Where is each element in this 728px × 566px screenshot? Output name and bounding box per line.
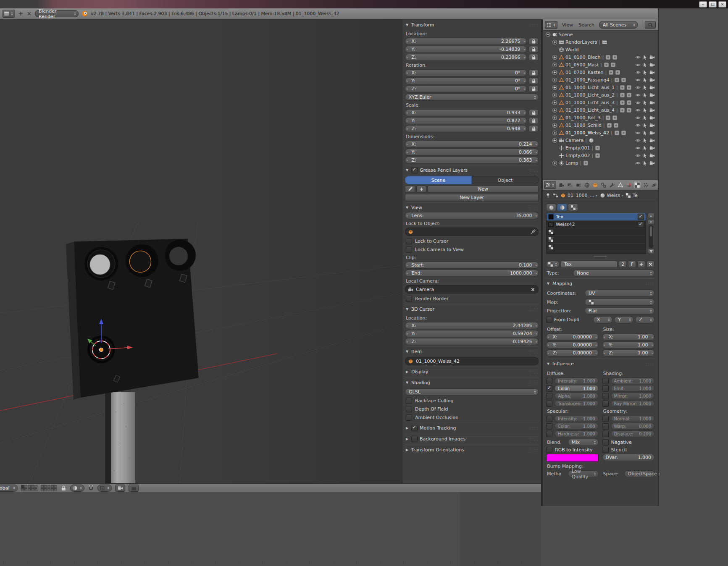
properties-tab-object-data[interactable] (616, 181, 624, 189)
layer-cell[interactable] (28, 488, 31, 491)
outliner-item[interactable]: 01_0500_Mast| (543, 61, 658, 68)
properties-tab-texture[interactable] (633, 181, 641, 189)
properties-tab-material[interactable] (625, 181, 633, 189)
shading-panel-header[interactable]: ▼Shading:::: (405, 377, 539, 387)
influence-slider[interactable]: Displace:0.200 (611, 430, 655, 437)
plus-circle-icon[interactable] (552, 100, 557, 105)
layer-cell[interactable] (44, 485, 47, 488)
number-field[interactable]: ◂X:2.26675▸ (405, 38, 527, 45)
gp-draw-button[interactable] (405, 186, 415, 193)
slot-scrollbar[interactable] (649, 225, 653, 248)
gp-tab-scene[interactable]: Scene (405, 176, 472, 184)
eye-icon[interactable] (635, 115, 641, 121)
3d-viewport[interactable] (0, 19, 402, 483)
timeline-region[interactable] (0, 492, 541, 566)
slot-specials-button[interactable] (648, 249, 654, 254)
negative-checkbox[interactable] (602, 439, 609, 445)
outliner-search-button[interactable] (645, 21, 656, 29)
eye-icon[interactable] (635, 77, 641, 83)
number-field[interactable]: ◂Y:-0.14839▸ (405, 46, 527, 53)
properties-tab-constraints[interactable] (599, 181, 607, 189)
outliner-item[interactable]: Empty.002| (543, 152, 658, 159)
from-dupli-checkbox[interactable] (546, 317, 552, 323)
camrestrict-icon[interactable] (649, 153, 655, 158)
transform-panel-header[interactable]: ▼Transform:::: (405, 20, 539, 29)
dvar-slider[interactable]: DVar:1.000 (602, 454, 655, 461)
texture-slot[interactable] (547, 228, 646, 236)
number-field[interactable]: ◂Z:0.23866▸ (405, 54, 527, 61)
item-panel-header[interactable]: ▼Item:::: (405, 346, 539, 356)
rgb-to-intensity-checkbox[interactable] (546, 447, 552, 453)
editor-type-button[interactable]: ▴▾ (544, 181, 556, 189)
number-field[interactable]: ◂Y:1.00▸ (602, 341, 655, 349)
search-menu[interactable]: Search (578, 22, 595, 28)
influence-slider[interactable]: Intensity:1.000 (555, 377, 599, 384)
camrestrict-icon[interactable] (649, 55, 655, 60)
lock-toggle[interactable] (528, 54, 539, 61)
layer-cell[interactable] (31, 488, 34, 491)
pivot-dropdown[interactable]: ▴▾ (70, 485, 84, 492)
grease-pencil-panel-header[interactable]: ▼Grease Pencil Layers:::: (405, 165, 539, 175)
gp-tab-object[interactable]: Object (472, 176, 539, 184)
breadcrumb-object[interactable]: 01_1000_...▸ (560, 193, 598, 198)
texture-color-swatch[interactable] (546, 454, 599, 462)
bump-space-dropdown[interactable]: ObjectSpace▴▾ (624, 470, 655, 477)
gp-new-button[interactable]: New (428, 186, 539, 193)
influence-checkbox[interactable] (546, 393, 552, 399)
outliner-item[interactable]: 01_1000_Rot_3| (543, 114, 658, 121)
texture-unlink-button[interactable] (647, 261, 654, 268)
shading-mode-dropdown[interactable]: GLSL▴▾ (405, 388, 539, 396)
camrestrict-icon[interactable] (649, 100, 655, 105)
display-mode-dropdown[interactable]: All Scenes▴▾ (599, 21, 638, 29)
close-window-icon[interactable] (26, 11, 32, 16)
ambient-occlusion-checkbox[interactable] (406, 414, 412, 421)
texture-browse-dropdown[interactable]: ▴▾ (546, 261, 560, 268)
display-panel-header[interactable]: ▶Display:::: (405, 367, 539, 376)
layer-cell[interactable] (41, 488, 44, 491)
breadcrumb-material[interactable]: Weiss▸ (600, 193, 624, 198)
plus-circle-icon[interactable] (552, 55, 557, 60)
breadcrumb-texture[interactable]: Te (626, 193, 638, 198)
number-field[interactable]: ◂Z:0.00000▸ (546, 349, 599, 356)
layer-cell[interactable] (41, 485, 44, 488)
lock-toggle[interactable] (528, 77, 539, 84)
influence-checkbox[interactable] (602, 423, 609, 430)
render-border-checkbox[interactable] (406, 296, 412, 302)
slot-move-up-button[interactable]: ▴ (648, 213, 654, 218)
plus-circle-icon[interactable] (552, 85, 557, 90)
influence-slider[interactable]: Warp:0.000 (611, 423, 655, 430)
number-field[interactable]: ◂Y:0.877▸ (405, 117, 527, 124)
texture-slot[interactable]: Weiss42 (547, 221, 646, 228)
number-field[interactable]: ◂Z:-0.19425▸ (405, 338, 539, 345)
number-field[interactable]: ◂X:0.00000▸ (546, 333, 599, 341)
cursor-icon[interactable] (642, 85, 648, 90)
influence-slider[interactable]: Alpha:1.000 (555, 393, 599, 399)
influence-checkbox[interactable] (602, 401, 609, 407)
number-field[interactable]: ◂Y:0°▸ (405, 77, 527, 84)
eyedropper-icon[interactable] (530, 229, 536, 235)
influence-slider[interactable]: Ambient:1.000 (611, 377, 655, 384)
eye-icon[interactable] (635, 85, 641, 90)
eye-icon[interactable] (635, 70, 641, 75)
plus-circle-icon[interactable] (552, 92, 557, 98)
properties-tab-world[interactable] (583, 181, 591, 189)
cursor-icon[interactable] (642, 153, 648, 158)
orientation-dropdown[interactable]: obal▴▾ (0, 485, 18, 492)
texture-name-field[interactable]: Tex (561, 261, 618, 268)
texture-slot[interactable] (547, 236, 646, 244)
texture-users-button[interactable]: 2 (619, 261, 627, 268)
layer-cell[interactable] (34, 488, 37, 491)
influence-slider[interactable]: Translucen:1.000 (555, 400, 599, 407)
layer-cell[interactable] (54, 485, 57, 488)
slot-enable-checkbox[interactable] (638, 214, 644, 220)
plus-circle-icon[interactable] (552, 77, 557, 83)
camrestrict-icon[interactable] (649, 138, 655, 143)
cursor-icon[interactable] (642, 70, 648, 75)
camrestrict-icon[interactable] (649, 62, 655, 68)
view-panel-header[interactable]: ▼View:::: (405, 202, 539, 212)
render-engine-dropdown[interactable]: Blender Render▴▾ (35, 10, 79, 17)
motion-tracking-panel-header[interactable]: ▶Motion Tracking:::: (405, 423, 539, 432)
region-divider[interactable] (541, 19, 543, 506)
local-camera-picker[interactable]: Camera (405, 285, 539, 293)
layer-cell[interactable] (34, 485, 37, 488)
